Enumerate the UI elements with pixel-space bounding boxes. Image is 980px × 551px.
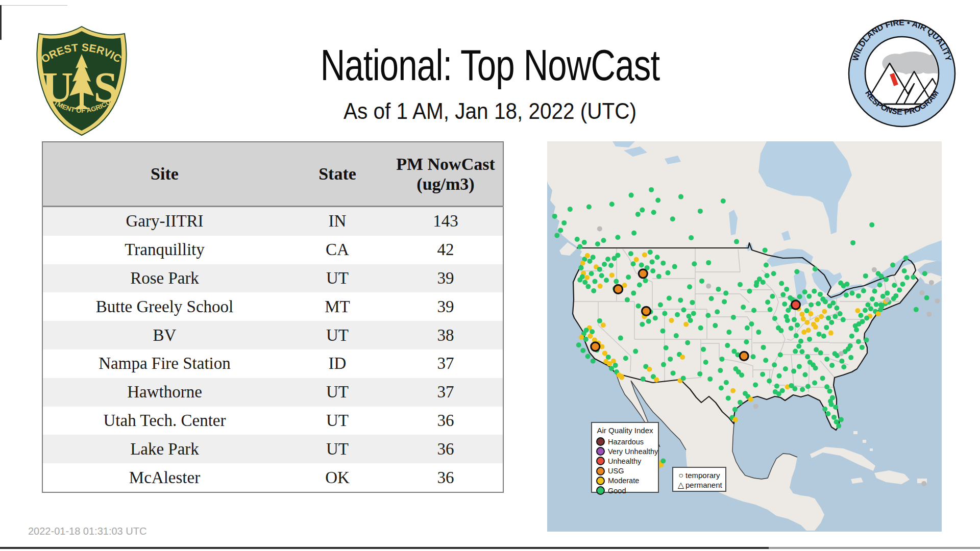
monitor-dot	[749, 321, 754, 327]
state-cell: UT	[286, 435, 388, 463]
monitor-dot	[697, 371, 702, 377]
monitor-dot	[838, 281, 843, 286]
monitor-dot	[619, 374, 624, 379]
monitor-dot	[830, 300, 836, 306]
monitor-dot	[591, 359, 596, 364]
monitor-dot	[561, 220, 567, 226]
monitor-dot	[706, 284, 711, 289]
monitor-dot	[864, 337, 869, 342]
aqi-legend-label: Hazardous	[608, 438, 644, 446]
monitor-dot	[772, 316, 777, 321]
monitor-dot	[646, 319, 651, 324]
aqi-legend-item: Hazardous	[595, 437, 655, 446]
monitor-dot	[754, 283, 759, 288]
monitor-dot	[784, 287, 789, 292]
monitor-dot	[813, 366, 818, 371]
monitor-dot	[690, 300, 695, 305]
table-row: Nampa Fire StationID37	[42, 349, 503, 378]
monitor-dot	[580, 348, 585, 353]
monitor-dot	[816, 301, 821, 306]
monitor-dot	[721, 198, 726, 204]
monitor-dot	[924, 295, 929, 300]
monitor-dot	[698, 209, 703, 214]
monitor-dot	[669, 318, 674, 323]
monitor-dot	[839, 417, 844, 422]
monitor-dot	[800, 387, 805, 392]
monitor-dot	[885, 291, 890, 296]
monitor-dot	[661, 362, 666, 367]
monitor-dot	[568, 207, 573, 212]
monitor-dot	[635, 212, 641, 217]
monitor-dot	[576, 342, 581, 347]
monitor-dot	[761, 345, 766, 350]
monitor-dot	[824, 384, 829, 389]
monitor-dot	[658, 303, 663, 308]
value-cell: 39	[388, 264, 503, 293]
monitor-dot	[653, 316, 658, 321]
top-nowcast-table: Site State PM NowCast (ug/m3) Gary-IITRI…	[42, 141, 504, 493]
monitor-dot	[765, 299, 770, 305]
monitor-dot	[554, 233, 559, 238]
event-marker-usg	[639, 269, 647, 278]
monitor-dot	[804, 320, 810, 325]
monitor-dot	[829, 320, 834, 325]
monitor-dot	[823, 299, 828, 304]
monitor-dot	[593, 279, 598, 284]
monitor-dot	[819, 314, 824, 319]
shape-legend: ○ temporary △ permanent	[672, 467, 726, 492]
value-cell: 38	[388, 321, 503, 349]
monitor-dot	[608, 263, 614, 268]
monitor-dot	[587, 334, 593, 339]
table-row: McAlesterOK36	[42, 463, 503, 492]
monitor-dot	[885, 297, 890, 303]
monitor-dot	[719, 357, 724, 362]
aqi-legend-item: Good	[595, 486, 655, 495]
monitor-dot	[741, 305, 746, 310]
monitor-dot	[585, 253, 590, 258]
monitor-dot	[808, 311, 813, 316]
monitor-map: Air Quality Index HazardousVery Unhealth…	[547, 141, 942, 532]
site-cell: Hawthorne	[42, 378, 286, 407]
column-header-site: Site	[42, 142, 286, 207]
monitor-dot	[672, 264, 677, 269]
monitor-dot	[856, 293, 861, 298]
monitor-dot	[855, 308, 860, 313]
monitor-dot	[856, 339, 861, 344]
monitor-dot	[822, 407, 827, 412]
monitor-dot	[827, 389, 832, 394]
monitor-dot	[812, 381, 817, 386]
monitor-dot	[615, 253, 620, 258]
monitor-dot	[841, 317, 846, 322]
monitor-dot	[846, 346, 851, 352]
table-row: Butte Greely SchoolMT39	[42, 292, 503, 321]
monitor-dot	[609, 366, 614, 371]
monitor-dot	[641, 377, 646, 382]
monitor-dot	[738, 282, 743, 287]
monitor-dot	[706, 260, 711, 265]
monitor-dot	[845, 282, 850, 287]
monitor-dot	[647, 367, 652, 372]
monitor-dot	[919, 290, 924, 295]
monitor-dot	[701, 347, 706, 352]
monitor-dot	[872, 289, 877, 294]
monitor-dot	[828, 399, 833, 404]
shape-legend-temporary: ○ temporary	[676, 470, 723, 480]
monitor-dot	[796, 344, 801, 349]
monitor-dot	[834, 306, 839, 311]
monitor-dot	[597, 267, 602, 272]
monitor-dot	[902, 268, 907, 273]
monitor-dot	[640, 322, 645, 327]
monitor-dot	[815, 317, 820, 322]
state-cell: OK	[286, 463, 388, 492]
monitor-dot	[744, 339, 749, 344]
monitor-dot	[753, 382, 758, 387]
monitor-dot	[579, 335, 584, 340]
aqi-legend: Air Quality Index HazardousVery Unhealth…	[591, 422, 659, 493]
monitor-dot	[818, 292, 823, 297]
monitor-dot	[797, 364, 802, 369]
monitor-dot	[631, 261, 636, 266]
state-cell: CA	[286, 236, 388, 264]
monitor-dot	[777, 373, 782, 379]
monitor-dot	[683, 322, 689, 327]
monitor-dot	[650, 268, 655, 273]
